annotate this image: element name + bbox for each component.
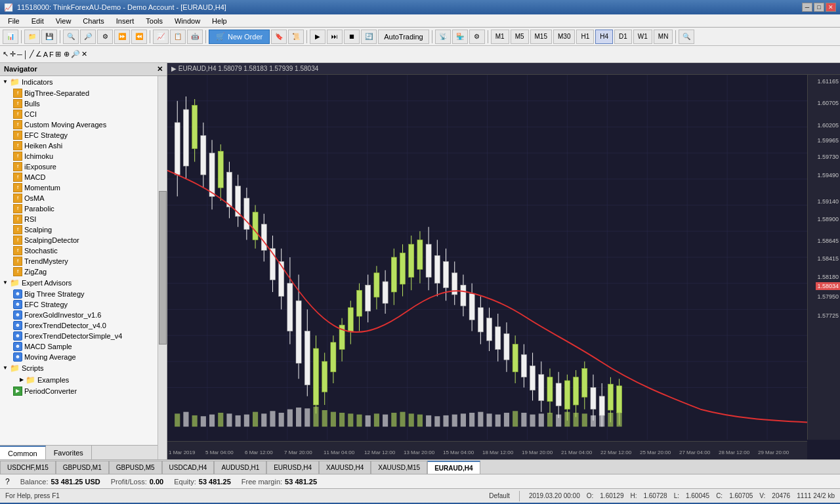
tab-gbpusd-m1[interactable]: GBPUSD,M1 [56,461,109,474]
tab-common[interactable]: Common [0,446,46,459]
menu-insert[interactable]: Insert [111,16,140,26]
maximize-button[interactable]: □ [814,3,824,12]
nav-rsi[interactable]: f RSI [0,214,158,224]
config-button[interactable]: ⚙ [469,30,485,44]
nav-stochastic[interactable]: f Stochastic [0,245,158,256]
properties-button[interactable]: ⚙ [97,30,113,44]
nav-heiken[interactable]: f Heiken Ashi [0,140,158,151]
nav-efc[interactable]: f EFC Strategy [0,130,158,140]
crosshair-button[interactable]: ✛ [10,50,16,58]
fib-button[interactable]: F [49,51,54,58]
minimize-button[interactable]: ─ [802,3,812,12]
tf-h4[interactable]: H4 [595,30,613,44]
search-button[interactable]: 🔍 [679,30,694,44]
nav-forextrend[interactable]: ☻ ForexTrendDetector_v4.0 [0,320,158,331]
tf-w1[interactable]: W1 [633,30,652,44]
new-chart-button[interactable]: 📊 [3,30,18,44]
tab-xauusd-m15[interactable]: XAUUSD,M15 [371,461,427,474]
zoom-out-button[interactable]: 🔎 [80,30,96,44]
nav-macd[interactable]: f MACD [0,172,158,182]
nav-period-converter[interactable]: ▶ PeriodConverter [0,386,158,396]
autotrading-icon[interactable]: 🔄 [361,30,377,44]
tab-usdchf-m15[interactable]: USDCHF,M15 [0,461,56,474]
tab-favorites[interactable]: Favorites [46,446,92,459]
nav-macd-sample[interactable]: ☻ MACD Sample [0,341,158,352]
delete-button[interactable]: ✕ [81,50,87,58]
channel-button[interactable]: ⊞ [55,50,61,58]
market-button[interactable]: 🏪 [452,30,468,44]
nav-forextrendsimple[interactable]: ☻ ForexTrendDetectorSimple_v4 [0,331,158,341]
tab-audusd-h1[interactable]: AUDUSD,H1 [214,461,266,474]
menu-charts[interactable]: Charts [77,16,109,26]
chart-canvas[interactable]: ForexTrendDetectorSimple_v4.0 ✕ Daily Jo… [167,75,840,459]
hline-button[interactable]: ─ [17,51,22,58]
nav-bulls[interactable]: f Bulls [0,98,158,109]
nav-big-three-strategy[interactable]: ☻ Big Three Strategy [0,289,158,299]
menu-view[interactable]: View [51,16,77,26]
open-button[interactable]: 📁 [24,30,40,44]
nav-osma[interactable]: f OsMA [0,193,158,203]
nav-ichimoku[interactable]: f Ichimoku [0,151,158,161]
history-button[interactable]: 📜 [288,30,304,44]
nav-iexposure[interactable]: f iExposure [0,161,158,172]
nav-trend-mystery[interactable]: f TrendMystery [0,256,158,266]
tab-eurusd-h4[interactable]: EURUSD,H4 [266,461,319,474]
vline-button[interactable]: │ [24,51,28,58]
tab-euraud-h4[interactable]: EURAUD,H4 [427,461,480,474]
cursor-button[interactable]: ↖ [3,50,9,58]
tf-mn[interactable]: MN [654,30,673,44]
zoom-in-button[interactable]: 🔍 [63,30,79,44]
nav-moving-avg[interactable]: ☻ Moving Average [0,352,158,362]
tab-xauusd-h4[interactable]: XAUUSD,H4 [319,461,371,474]
signals-button[interactable]: 📡 [435,30,451,44]
navigator-close-icon[interactable]: ✕ [157,65,163,74]
nav-scalping-detector[interactable]: f ScalpingDetector [0,235,158,245]
tf-m15[interactable]: M15 [530,30,552,44]
nav-momentum[interactable]: f Momentum [0,182,158,193]
zoom-custom-button[interactable]: 🔎 [71,50,80,58]
scripts-header[interactable]: ▼ 📁 Scripts [0,362,158,374]
examples-header[interactable]: ▶ 📁 Examples [0,374,158,386]
backtest-button[interactable]: ▶ [310,30,326,44]
indicator-button[interactable]: 📈 [153,30,169,44]
tf-h1[interactable]: H1 [576,30,594,44]
nav-big-three-sep[interactable]: f BigThree-Separated [0,88,158,98]
tab-usdcad-h4[interactable]: USDCAD,H4 [162,461,215,474]
navigator-scrollbar[interactable] [158,76,167,459]
template-button[interactable]: 📋 [170,30,186,44]
ea-header[interactable]: ▼ 📁 Expert Advisors [0,277,158,289]
close-button[interactable]: ✕ [826,3,836,12]
nav-zigzag[interactable]: f ZigZag [0,266,158,277]
menu-help[interactable]: Help [207,16,232,26]
expert-button[interactable]: 🤖 [187,30,203,44]
scroll-thumb[interactable] [159,191,167,345]
tf-m5[interactable]: M5 [511,30,529,44]
nav-custom-ma[interactable]: f Custom Moving Averages [0,119,158,130]
period-btn[interactable]: ⊕ [64,50,70,58]
tf-d1[interactable]: D1 [614,30,632,44]
close-order-button[interactable]: 🔖 [271,30,287,44]
nav-parabolic[interactable]: f Parabolic [0,203,158,214]
menu-edit[interactable]: Edit [26,16,49,26]
nav-forexgold[interactable]: ☻ ForexGoldInvestor_v1.6 [0,310,158,320]
angle-button[interactable]: ∠ [35,50,42,58]
nav-cci[interactable]: f CCI [0,109,158,119]
save-button[interactable]: 💾 [41,30,57,44]
scroll-left-button[interactable]: ⏪ [131,30,147,44]
menu-tools[interactable]: Tools [140,16,168,26]
tf-m30[interactable]: M30 [553,30,575,44]
new-order-button[interactable]: 🛒 New Order [209,30,270,44]
nav-efc-strategy[interactable]: ☻ EFC Strategy [0,299,158,310]
nav-scalping[interactable]: f Scalping [0,224,158,235]
tf-m1[interactable]: M1 [491,30,509,44]
stop-button[interactable]: ⏹ [344,30,360,44]
menu-file[interactable]: File [3,16,25,26]
scroll-right-button[interactable]: ⏩ [114,30,130,44]
forward-button[interactable]: ⏭ [327,30,343,44]
tab-gbpusd-m5[interactable]: GBPUSD,M5 [109,461,162,474]
text-button[interactable]: A [43,51,48,58]
indicators-header[interactable]: ▼ 📁 Indicators [0,76,158,88]
line-button[interactable]: ╱ [30,50,34,58]
autotrading-button[interactable]: AutoTrading [378,30,429,44]
menu-window[interactable]: Window [169,16,205,26]
